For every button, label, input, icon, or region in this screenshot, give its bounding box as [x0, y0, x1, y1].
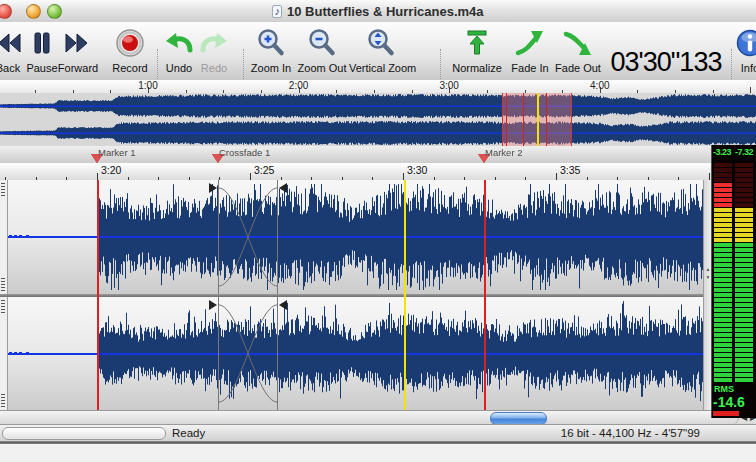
- redo-button-label: Redo: [182, 62, 246, 74]
- meter-segment-green: [714, 258, 732, 262]
- automation-point[interactable]: [19, 352, 22, 355]
- meter-segment-green: [714, 268, 732, 272]
- meter-segment-green: [714, 293, 732, 297]
- overview-timeline-ruler[interactable]: 1:002:003:004:00: [0, 80, 756, 93]
- meter-segment-red: [714, 203, 732, 207]
- playback-cursor-line[interactable]: [404, 180, 406, 410]
- overview-waveform[interactable]: [0, 93, 756, 146]
- vertical-zoom-button[interactable]: Vertical Zoom: [349, 26, 413, 78]
- ruler-tick: [403, 173, 404, 180]
- meter-segment-green: [735, 273, 753, 277]
- automation-point[interactable]: [14, 352, 17, 355]
- level-meter-panel: -3.23 -7.32 RMS -14.6: [711, 145, 756, 418]
- title-bar[interactable]: ♪ 10 Butterflies & Hurricanes.m4a: [0, 0, 756, 23]
- meter-segment-yellow: [714, 238, 732, 242]
- automation-point[interactable]: [9, 352, 12, 355]
- meter-segment-green: [714, 358, 732, 362]
- meter-segment-green: [714, 373, 732, 377]
- automation-point[interactable]: [26, 235, 29, 238]
- ruler-label: 3:35: [560, 164, 580, 176]
- marker-label: Marker 2: [485, 147, 522, 158]
- meter-segment-green: [714, 313, 732, 317]
- automation-point[interactable]: [19, 235, 22, 238]
- automation-point[interactable]: [14, 235, 17, 238]
- zoom-out-button-label: Zoom Out: [290, 62, 354, 74]
- meter-segment-dim: [735, 183, 753, 187]
- ruler-label: 3:25: [254, 164, 274, 176]
- meter-segment-green: [735, 353, 753, 357]
- meter-segment-red: [714, 193, 732, 197]
- fade-out-arrow-icon: [546, 27, 610, 60]
- horizontal-scrollbar[interactable]: ◀ ▶: [0, 410, 756, 425]
- meter-segment-green: [735, 323, 753, 327]
- vertical-zoom-button-label: Vertical Zoom: [349, 62, 413, 74]
- peak-value-right: -7.32: [735, 147, 753, 157]
- meter-segment-green: [735, 368, 753, 372]
- automation-point[interactable]: [26, 352, 29, 355]
- meter-segment-yellow: [714, 218, 732, 222]
- meter-segment-green: [735, 258, 753, 262]
- meter-segment-green: [714, 333, 732, 337]
- amplitude-ruler: [0, 297, 8, 410]
- waveform-lane-right-channel[interactable]: [0, 297, 703, 410]
- horizontal-scroll-track[interactable]: [0, 411, 739, 424]
- overview-marker-line: [523, 93, 524, 146]
- crossfade-envelope[interactable]: [218, 180, 279, 294]
- meter-segment-green: [714, 308, 732, 312]
- audio-format-info: 16 bit - 44,100 Hz - 4'57"99: [561, 427, 700, 439]
- meter-segment-yellow: [735, 228, 753, 232]
- marker-1-line[interactable]: [97, 180, 99, 410]
- meter-segment-green: [735, 263, 753, 267]
- meter-segment-dim: [714, 178, 732, 182]
- meter-segment-red: [714, 183, 732, 187]
- meter-segment-red: [714, 188, 732, 192]
- meter-segment-green: [714, 273, 732, 277]
- fade-out-button[interactable]: Fade Out: [546, 26, 610, 78]
- rms-value: -14.6: [713, 394, 745, 410]
- meter-segment-green: [714, 243, 732, 247]
- crossfade-handle-left-icon[interactable]: [209, 183, 217, 193]
- meter-segment-yellow: [714, 213, 732, 217]
- info-icon: [722, 27, 756, 60]
- magnifier-vertical-icon: [349, 27, 413, 60]
- crossfade-handle-left-icon[interactable]: [209, 300, 217, 310]
- crossfade-envelope[interactable]: [218, 297, 279, 410]
- zoom-out-button[interactable]: Zoom Out: [290, 26, 354, 78]
- meter-segment-green: [714, 248, 732, 252]
- magnifier-minus-icon: [290, 27, 354, 60]
- meter-segment-green: [714, 363, 732, 367]
- window-title-group: ♪ 10 Butterflies & Hurricanes.m4a: [0, 0, 756, 22]
- crossfade-handle-right-icon[interactable]: [279, 183, 287, 193]
- window-bottom-edge: [0, 441, 756, 444]
- overview-marker-line: [506, 93, 507, 146]
- meter-segment-yellow: [714, 233, 732, 237]
- rms-level-bar: [713, 411, 739, 416]
- ruler-label: 1:00: [138, 80, 157, 91]
- marker-2-line[interactable]: [484, 180, 486, 410]
- document-audio-icon: ♪: [272, 5, 282, 18]
- info-button[interactable]: Info: [722, 26, 756, 78]
- marker-bar[interactable]: Marker 1Crossfade 1Marker 2: [0, 146, 711, 164]
- ruler-tick: [556, 173, 557, 180]
- channel-centerline: [8, 353, 703, 355]
- meter-segment-green: [735, 243, 753, 247]
- meter-segment-green: [735, 358, 753, 362]
- overview-marker-line: [546, 93, 547, 146]
- meter-segment-green: [714, 263, 732, 267]
- meter-segment-green: [735, 348, 753, 352]
- meter-segment-dim: [735, 168, 753, 172]
- overview-selection-region[interactable]: [502, 93, 572, 146]
- meter-segment-green: [735, 293, 753, 297]
- meter-segment-dim: [735, 173, 753, 177]
- meter-segment-yellow: [735, 213, 753, 217]
- redo-button[interactable]: Redo: [182, 26, 246, 78]
- waveform-lane-left-channel[interactable]: [0, 180, 703, 294]
- ruler-tick: [97, 173, 98, 180]
- meter-segment-dim: [714, 173, 732, 177]
- time-ruler[interactable]: 3:203:253:303:35: [0, 163, 711, 181]
- meter-segment-dim: [735, 198, 753, 202]
- ruler-label: 3:30: [407, 164, 427, 176]
- automation-point[interactable]: [9, 235, 12, 238]
- crossfade-handle-right-icon[interactable]: [279, 300, 287, 310]
- progress-bar: [2, 427, 166, 440]
